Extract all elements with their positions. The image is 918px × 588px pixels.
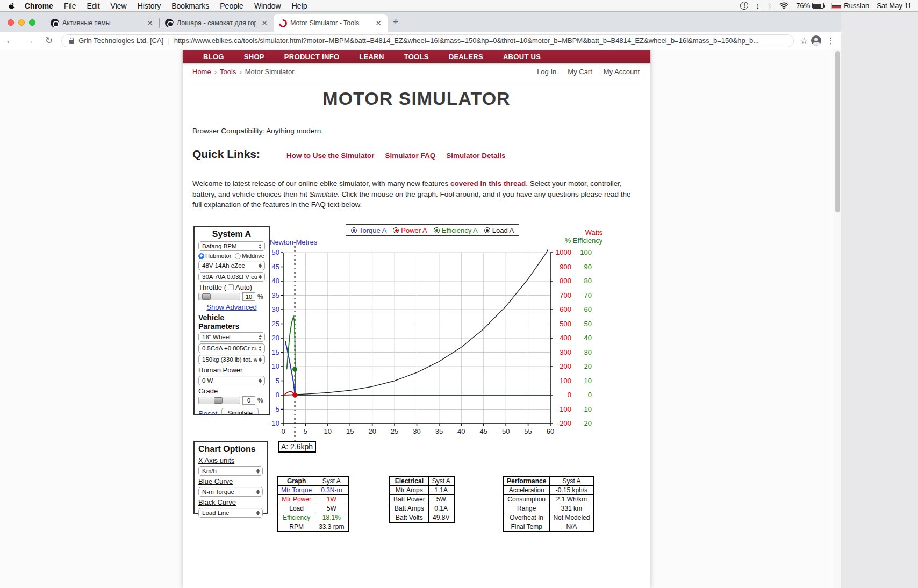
close-window-button[interactable] [8,19,14,26]
nav-about-us[interactable]: ABOUT US [503,53,541,61]
mass-select[interactable]: 150kg (330 lb) tot. w [198,355,265,364]
table-row: Efficiency18.1% [277,513,348,522]
simulator-chart[interactable]: -10-505101520253035404550051015202530354… [269,223,602,455]
reset-link[interactable]: Reset [198,410,217,415]
breadcrumb-tools[interactable]: Tools [220,68,236,76]
notification-status-icon[interactable]: ! [740,2,748,10]
wifi-icon[interactable] [779,2,788,9]
nav-product-info[interactable]: PRODUCT INFO [284,53,340,61]
battery-select[interactable]: 48V 14Ah eZee [198,261,265,270]
back-button[interactable]: ← [0,35,20,46]
menubar-app-name[interactable]: Chrome [19,0,59,12]
page-scrollbar[interactable] [834,49,841,588]
input-language-label: Russian [844,2,869,10]
svg-text:5: 5 [304,427,307,435]
tab-motor-simulator[interactable]: Motor Simulator - Tools ✕ [274,14,388,32]
apple-menu-icon[interactable] [8,2,15,10]
middrive-label: Middrive [242,253,264,259]
close-tab-icon[interactable]: ✕ [145,19,155,27]
chart-canvas[interactable]: -10-505101520253035404550051015202530354… [269,223,602,455]
grade-input[interactable] [242,396,255,405]
link-simulator-details[interactable]: Simulator Details [446,152,505,160]
svg-text:90: 90 [584,263,592,271]
throttle-auto-checkbox[interactable] [228,284,234,290]
new-tab-button[interactable]: + [388,17,405,32]
controller-select[interactable]: 30A 70A 0.03Ω V cu [198,272,265,282]
battery-percent: 76% [796,2,810,10]
account-links: Log In My Cart My Account [532,68,645,76]
hubmotor-radio[interactable] [198,253,204,259]
url-text[interactable]: https://www.ebikes.ca/tools/simulator.ht… [174,37,787,45]
drag-select[interactable]: 0.5CdA +0.005Cr cu [198,343,265,353]
tab-strip: Активные темы ✕ Лошара - самокат для гор… [0,12,841,32]
menubar-item-help[interactable]: Help [286,0,313,12]
table-row: Consumption2.1 Wh/km [503,495,593,504]
motor-select[interactable]: Bafang BPM [198,241,265,251]
browser-menu-icon[interactable]: ⋮ [824,36,837,46]
menubar-item-window[interactable]: Window [249,0,286,12]
middrive-radio[interactable] [235,253,241,259]
svg-text:10: 10 [272,362,279,370]
menubar-item-bookmarks[interactable]: Bookmarks [166,0,214,12]
grade-slider[interactable] [198,397,240,404]
battery-indicator[interactable]: 76% [796,2,824,10]
bluetooth-icon[interactable]: ᛒ [768,2,772,10]
updown-arrows-icon[interactable]: ↕ [756,1,760,10]
x-axis-units-select[interactable]: Km/h [198,466,263,476]
login-link[interactable]: Log In [532,68,562,76]
table-header-row: PerformanceSyst A [503,476,593,486]
input-language-menu[interactable]: Russian [831,2,869,10]
minimize-window-button[interactable] [18,19,25,26]
simulate-button[interactable]: Simulate [221,408,259,415]
menubar-date[interactable]: Sat May 11 [877,2,912,10]
show-advanced-link[interactable]: Show Advanced [198,303,265,311]
human-power-select[interactable]: 0 W [198,376,265,385]
blue-curve-select[interactable]: N-m Torque [198,487,263,497]
grade-label: Grade [198,387,265,395]
screen: Chrome File Edit View History Bookmarks … [0,0,918,588]
cart-link[interactable]: My Cart [562,68,598,76]
nav-dealers[interactable]: DEALERS [449,53,483,61]
link-simulator-faq[interactable]: Simulator FAQ [385,152,436,160]
throttle-slider[interactable] [198,293,240,300]
link-how-to-use[interactable]: How to Use the Simulator [286,152,375,160]
scrollbar-thumb[interactable] [835,51,840,212]
lock-icon[interactable] [69,40,74,44]
svg-text:45: 45 [272,263,279,271]
menubar-item-view[interactable]: View [105,0,132,12]
nav-learn[interactable]: LEARN [359,53,384,61]
nav-blog[interactable]: BLOG [203,53,224,61]
throttle-input[interactable] [242,292,255,301]
select-arrows-icon [255,487,261,496]
compat-note: Browser Compatibility: Anything modern. [192,127,323,135]
menubar-item-edit[interactable]: Edit [81,0,105,12]
svg-text:5: 5 [276,377,279,385]
menubar-item-people[interactable]: People [214,0,249,12]
wheel-select[interactable]: 16" Wheel [198,332,265,342]
account-link[interactable]: My Account [598,68,645,76]
close-tab-icon[interactable]: ✕ [374,19,383,27]
nav-tools[interactable]: TOOLS [404,53,429,61]
profile-avatar[interactable] [811,35,821,46]
chart-options-panel: Chart Options X Axis units Km/h Blue Cur… [193,441,268,514]
ev-cert-name[interactable]: Grin Technologies Ltd. [CA] [78,37,163,45]
tab-active-topics[interactable]: Активные темы ✕ [45,14,159,32]
svg-text:35: 35 [272,291,279,299]
nav-shop[interactable]: SHOP [244,53,264,61]
reload-button[interactable]: ↻ [40,35,58,46]
zoom-window-button[interactable] [29,19,35,26]
menubar-item-file[interactable]: File [59,0,82,12]
breadcrumb-home[interactable]: Home [192,68,211,76]
black-curve-select[interactable]: Load Line [198,508,263,518]
svg-text:0: 0 [588,391,592,399]
address-bar[interactable]: Grin Technologies Ltd. [CA] | https://ww… [61,34,793,47]
close-tab-icon[interactable]: ✕ [260,19,269,27]
svg-text:20: 20 [368,427,376,435]
bookmark-star-icon[interactable]: ☆ [800,35,808,46]
svg-text:Newton-Metres: Newton-Metres [270,238,318,246]
thread-link[interactable]: covered in this thread [450,180,526,188]
russian-flag-icon [831,3,841,9]
tab-loshara[interactable]: Лошара - самокат для гор на ✕ [160,14,274,32]
forward-button[interactable]: → [20,35,40,46]
menubar-item-history[interactable]: History [132,0,167,12]
